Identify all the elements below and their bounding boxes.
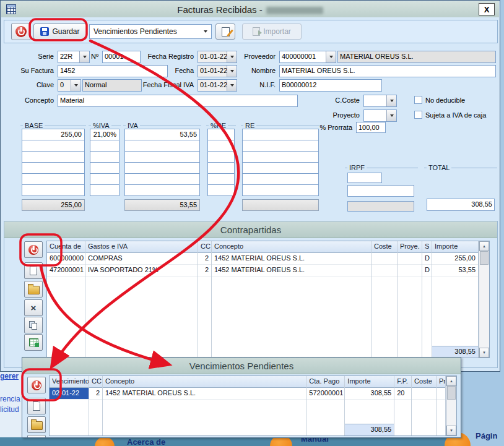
- c-coste-dropdown-button[interactable]: [386, 95, 396, 106]
- column-header[interactable]: Importe: [432, 241, 478, 253]
- table-cell[interactable]: IVA SOPORTADO 21%: [85, 265, 198, 277]
- column-header[interactable]: Cuenta de: [47, 241, 85, 253]
- scroll-up-icon[interactable]: ▲: [446, 376, 456, 386]
- column-header[interactable]: CC: [89, 376, 102, 388]
- piva-cell[interactable]: [90, 162, 119, 174]
- table-cell[interactable]: 53,55: [432, 265, 478, 277]
- no-deducible-checkbox[interactable]: [414, 96, 422, 104]
- table-cell[interactable]: [437, 388, 445, 400]
- re-cell[interactable]: [242, 184, 319, 196]
- piva-cell[interactable]: 21,00%: [90, 129, 119, 140]
- column-header[interactable]: F.P.: [394, 376, 411, 388]
- fecha-fiscal-iva-dropdown-button[interactable]: [227, 80, 237, 91]
- proyecto-combo[interactable]: [363, 109, 397, 122]
- contrapartidas-exit-button[interactable]: [24, 241, 43, 258]
- scrollbar-thumb[interactable]: [480, 251, 489, 265]
- table-cell[interactable]: 308,55: [345, 388, 394, 400]
- table-cell[interactable]: [398, 265, 422, 277]
- background-item-pagina[interactable]: Págin: [476, 431, 497, 440]
- table-cell[interactable]: 1452 MATERIAL OREUS S.L.: [212, 253, 371, 265]
- iva-cell[interactable]: 53,55: [124, 129, 200, 140]
- nif-field[interactable]: B00000012: [279, 79, 382, 92]
- table-cell[interactable]: 1452 MATERIAL OREUS S.L.: [212, 265, 371, 277]
- base-cell[interactable]: [22, 162, 85, 174]
- pre-cell[interactable]: [207, 173, 235, 185]
- piva-cell[interactable]: [90, 140, 119, 152]
- fecha-registro-dropdown-button[interactable]: [227, 51, 237, 62]
- table-cell[interactable]: 20: [394, 388, 411, 400]
- base-cell[interactable]: [22, 173, 85, 185]
- column-header[interactable]: Cta. Pago: [306, 376, 344, 388]
- pre-cell[interactable]: [207, 184, 235, 196]
- iva-cell[interactable]: [124, 140, 200, 152]
- re-cell[interactable]: [242, 151, 319, 163]
- iva-cell[interactable]: [124, 151, 200, 163]
- contrapartidas-export-button[interactable]: [24, 334, 43, 351]
- close-button[interactable]: X: [479, 3, 495, 15]
- su-factura-field[interactable]: 1452: [58, 65, 168, 77]
- title-bar[interactable]: Facturas Recibidas - X: [1, 1, 499, 17]
- guardar-button[interactable]: Guardar: [33, 24, 87, 40]
- table-cell[interactable]: 255,00: [432, 253, 478, 265]
- re-cell[interactable]: [242, 129, 319, 140]
- concepto-field[interactable]: Material: [58, 95, 298, 107]
- proveedor-dropdown-button[interactable]: [326, 51, 336, 62]
- fecha-combo[interactable]: 01-01-22: [198, 65, 237, 77]
- vencimientos-exit-button[interactable]: [27, 377, 46, 393]
- table-cell[interactable]: [412, 388, 436, 400]
- base-cell[interactable]: [22, 184, 85, 196]
- column-header[interactable]: Concepto: [212, 241, 371, 253]
- column-header[interactable]: Gastos e IVA: [85, 241, 198, 253]
- column-header[interactable]: Importe: [345, 376, 394, 388]
- table-cell[interactable]: D: [422, 265, 432, 277]
- clave-dropdown-button[interactable]: [71, 80, 80, 91]
- proveedor-combo[interactable]: 400000001: [279, 51, 336, 63]
- re-cell[interactable]: [242, 140, 319, 152]
- table-cell[interactable]: [371, 265, 397, 277]
- sujeta-iva-caja-checkbox[interactable]: [414, 111, 422, 119]
- irpf-pct-field[interactable]: [347, 173, 382, 183]
- contrapartidas-scrollbar[interactable]: ▲ ▼: [479, 241, 489, 358]
- table-cell[interactable]: 2: [198, 253, 211, 265]
- pre-cell[interactable]: [207, 140, 235, 152]
- iva-cell[interactable]: [124, 184, 200, 196]
- fecha-dropdown-button[interactable]: [227, 66, 237, 77]
- view-dropdown[interactable]: Vencimientos Pendientes: [89, 24, 212, 39]
- fecha-registro-combo[interactable]: 01-01-22: [198, 51, 237, 63]
- numero-field[interactable]: 00001: [102, 51, 141, 63]
- vencimientos-open-button[interactable]: [27, 416, 46, 433]
- c-coste-combo[interactable]: [363, 95, 397, 107]
- table-cell[interactable]: 572000001: [306, 388, 344, 400]
- column-header[interactable]: Vencimiento: [50, 376, 89, 388]
- scroll-up-icon[interactable]: ▲: [479, 241, 489, 251]
- column-header[interactable]: Pr: [437, 376, 445, 388]
- background-link-gerer[interactable]: gerer: [0, 372, 19, 380]
- pre-cell[interactable]: [207, 162, 235, 174]
- contrapartidas-new-button[interactable]: [24, 262, 43, 279]
- contrapartidas-delete-button[interactable]: ×: [24, 299, 43, 316]
- irpf-amount-field[interactable]: [347, 185, 414, 197]
- base-cell[interactable]: [22, 140, 85, 152]
- column-header[interactable]: Concepto: [103, 376, 306, 388]
- table-cell[interactable]: [371, 253, 397, 265]
- scrollbar-thumb[interactable]: [447, 386, 456, 400]
- background-item-acerca-de[interactable]: Acerca de: [127, 437, 165, 446]
- vencimientos-new-button[interactable]: [27, 398, 46, 414]
- table-cell[interactable]: 2: [198, 265, 211, 277]
- table-cell[interactable]: [398, 253, 422, 265]
- proyecto-dropdown-button[interactable]: [386, 110, 396, 121]
- table-cell[interactable]: COMPRAS: [85, 253, 198, 265]
- pre-cell[interactable]: [207, 129, 235, 140]
- base-cell[interactable]: 255,00: [22, 129, 85, 140]
- base-cell[interactable]: [22, 151, 85, 163]
- nombre-field[interactable]: MATERIAL OREUS S.L.: [279, 65, 496, 77]
- piva-cell[interactable]: [90, 151, 119, 163]
- column-header[interactable]: Proye.: [398, 241, 422, 253]
- iva-cell[interactable]: [124, 162, 200, 174]
- vencimientos-extra-button[interactable]: [27, 435, 46, 438]
- vencimientos-scrollbar[interactable]: ▲ ▼: [446, 376, 456, 435]
- re-cell[interactable]: [242, 162, 319, 174]
- table-cell[interactable]: 2: [89, 388, 102, 400]
- column-header[interactable]: Coste: [371, 241, 397, 253]
- fecha-fiscal-iva-combo[interactable]: 01-01-22: [198, 79, 237, 92]
